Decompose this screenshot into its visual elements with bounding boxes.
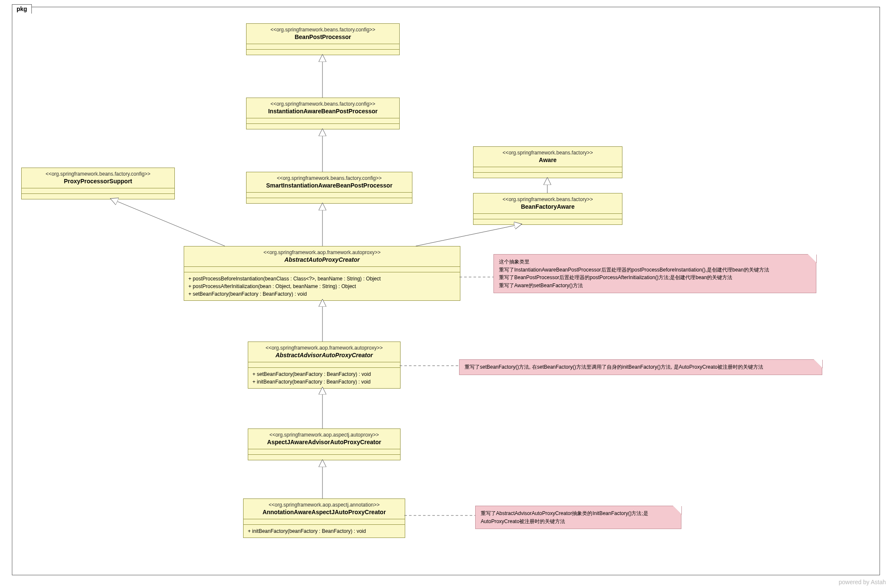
note-line: 这个抽象类里 bbox=[499, 258, 811, 266]
stereotype: <<org.springframework.beans.factory>> bbox=[478, 149, 618, 156]
note-annotation-aware-aspectj: 重写了AbstractAdvisorAutoProxyCreator抽象类的In… bbox=[475, 506, 681, 529]
pkg-label: pkg bbox=[17, 6, 27, 12]
class-name: Aware bbox=[478, 156, 618, 164]
class-abstract-advisor-auto-proxy-creator: <<org.springframework.aop.framework.auto… bbox=[248, 342, 401, 389]
class-annotation-aware-aspectj-auto-proxy-creator: <<org.springframework.aop.aspectj.annota… bbox=[243, 498, 405, 538]
op-compartment: + setBeanFactory(beanFactory : BeanFacto… bbox=[248, 368, 400, 388]
class-name: AbstractAdvisorAutoProxyCreator bbox=[252, 351, 396, 359]
stereotype: <<org.springframework.aop.aspectj.autopr… bbox=[252, 431, 396, 438]
watermark-text: powered by Astah bbox=[839, 579, 886, 585]
attr-compartment bbox=[244, 519, 405, 525]
pkg-tab: pkg bbox=[12, 4, 32, 14]
class-aspectj-aware-advisor-auto-proxy-creator: <<org.springframework.aop.aspectj.autopr… bbox=[248, 428, 401, 460]
class-name: InstantiationAwareBeanPostProcessor bbox=[251, 107, 395, 115]
class-header: <<org.springframework.beans.factory.conf… bbox=[247, 172, 412, 193]
class-name: BeanPostProcessor bbox=[251, 33, 395, 41]
class-header: <<org.springframework.beans.factory.conf… bbox=[247, 24, 399, 44]
class-header: <<org.springframework.beans.factory.conf… bbox=[247, 98, 399, 118]
operation: + setBeanFactory(beanFactory : BeanFacto… bbox=[188, 290, 456, 298]
operation: + postProcessBeforeInstantiation(beanCla… bbox=[188, 275, 456, 283]
attr-compartment bbox=[247, 118, 399, 124]
class-name: AnnotationAwareAspectJAutoProxyCreator bbox=[248, 508, 401, 516]
class-header: <<org.springframework.aop.framework.auto… bbox=[248, 342, 400, 362]
class-name: AspectJAwareAdvisorAutoProxyCreator bbox=[252, 438, 396, 446]
class-instantiation-aware-bpp: <<org.springframework.beans.factory.conf… bbox=[246, 98, 400, 129]
class-aware: <<org.springframework.beans.factory>> Aw… bbox=[473, 146, 622, 178]
stereotype: <<org.springframework.aop.framework.auto… bbox=[252, 344, 396, 351]
class-name: BeanFactoryAware bbox=[478, 203, 618, 211]
diagram-canvas: pkg <<org.springframework.beans.factory.… bbox=[0, 0, 891, 588]
op-compartment bbox=[474, 219, 622, 224]
attr-compartment bbox=[184, 267, 460, 272]
class-header: <<org.springframework.beans.factory>> Aw… bbox=[474, 147, 622, 167]
op-compartment bbox=[247, 198, 412, 203]
class-name: SmartInstantiationAwareBeanPostProcessor bbox=[251, 182, 408, 190]
class-smart-instantiation-aware-bpp: <<org.springframework.beans.factory.conf… bbox=[246, 172, 412, 204]
watermark: powered by Astah bbox=[839, 579, 886, 585]
op-compartment bbox=[22, 194, 174, 199]
class-proxy-processor-support: <<org.springframework.beans.factory.conf… bbox=[21, 168, 175, 199]
class-abstract-auto-proxy-creator: <<org.springframework.aop.framework.auto… bbox=[184, 246, 460, 301]
note-text: 重写了setBeanFactory()方法, 在setBeanFactory()… bbox=[465, 364, 763, 370]
class-header: <<org.springframework.aop.framework.auto… bbox=[184, 246, 460, 267]
note-line: 重写了InstantiationAwareBeanPostProcessor后置… bbox=[499, 266, 811, 274]
attr-compartment bbox=[22, 188, 174, 194]
operation: + postProcessAfterInitialization(bean : … bbox=[188, 283, 456, 290]
op-compartment bbox=[474, 173, 622, 178]
op-compartment bbox=[247, 124, 399, 129]
stereotype: <<org.springframework.aop.aspectj.annota… bbox=[248, 501, 401, 508]
note-line: 重写了BeanPostProcessor后置处理器的postPorcessAft… bbox=[499, 274, 811, 282]
operation: + initBeanFactory(beanFactory : BeanFact… bbox=[252, 378, 396, 386]
operation: + setBeanFactory(beanFactory : BeanFacto… bbox=[252, 370, 396, 378]
note-text: 重写了AbstractAdvisorAutoProxyCreator抽象类的In… bbox=[481, 510, 648, 524]
note-abstract-advisor-auto-proxy-creator: 重写了setBeanFactory()方法, 在setBeanFactory()… bbox=[459, 359, 822, 375]
class-bean-factory-aware: <<org.springframework.beans.factory>> Be… bbox=[473, 193, 622, 225]
attr-compartment bbox=[248, 362, 400, 368]
stereotype: <<org.springframework.beans.factory.conf… bbox=[251, 26, 395, 33]
attr-compartment bbox=[474, 167, 622, 173]
op-compartment: + initBeanFactory(beanFactory : BeanFact… bbox=[244, 525, 405, 538]
class-header: <<org.springframework.beans.factory>> Be… bbox=[474, 193, 622, 214]
stereotype: <<org.springframework.aop.framework.auto… bbox=[188, 249, 456, 256]
attr-compartment bbox=[247, 193, 412, 198]
op-compartment: + postProcessBeforeInstantiation(beanCla… bbox=[184, 272, 460, 300]
class-name: AbstractAutoProxyCreator bbox=[188, 256, 456, 264]
op-compartment bbox=[247, 50, 399, 55]
operation: + initBeanFactory(beanFactory : BeanFact… bbox=[248, 527, 401, 535]
stereotype: <<org.springframework.beans.factory>> bbox=[478, 196, 618, 203]
op-compartment bbox=[248, 455, 400, 460]
attr-compartment bbox=[248, 449, 400, 455]
stereotype: <<org.springframework.beans.factory.conf… bbox=[251, 175, 408, 182]
attr-compartment bbox=[474, 214, 622, 219]
class-bean-post-processor: <<org.springframework.beans.factory.conf… bbox=[246, 23, 400, 55]
stereotype: <<org.springframework.beans.factory.conf… bbox=[26, 171, 170, 177]
note-line: 重写了Aware的setBeanFactory()方法 bbox=[499, 282, 811, 290]
class-header: <<org.springframework.aop.aspectj.annota… bbox=[244, 499, 405, 519]
class-header: <<org.springframework.aop.aspectj.autopr… bbox=[248, 429, 400, 449]
class-name: ProxyProcessorSupport bbox=[26, 177, 170, 185]
attr-compartment bbox=[247, 44, 399, 50]
stereotype: <<org.springframework.beans.factory.conf… bbox=[251, 101, 395, 107]
class-header: <<org.springframework.beans.factory.conf… bbox=[22, 168, 174, 188]
note-abstract-auto-proxy-creator: 这个抽象类里 重写了InstantiationAwareBeanPostProc… bbox=[493, 254, 816, 293]
